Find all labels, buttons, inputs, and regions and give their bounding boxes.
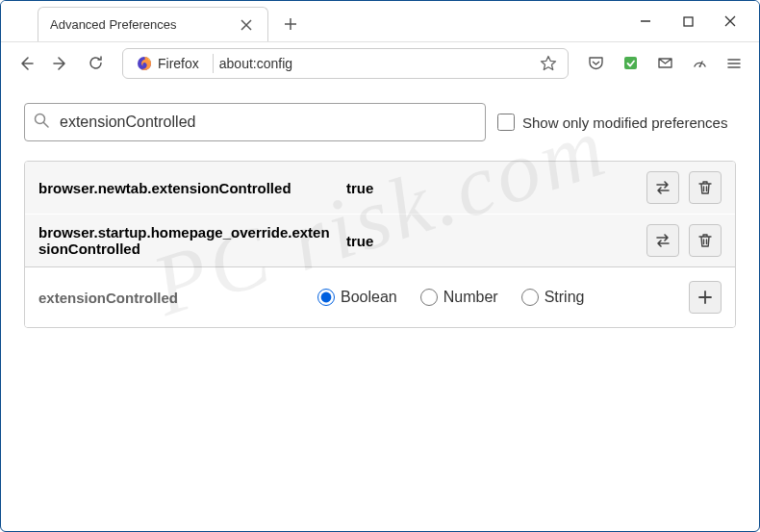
bookmark-button[interactable] <box>535 50 562 77</box>
url-bar[interactable]: Firefox about:config <box>122 48 569 79</box>
pref-row[interactable]: browser.startup.homepage_override.extens… <box>25 214 735 266</box>
radio-input-string[interactable] <box>521 289 539 306</box>
swap-icon <box>654 179 671 196</box>
reload-icon <box>88 55 104 71</box>
close-icon <box>724 15 736 27</box>
pocket-icon <box>588 55 604 71</box>
toggle-button[interactable] <box>646 224 679 257</box>
extension-icon <box>622 55 639 71</box>
trash-icon <box>697 232 714 249</box>
delete-button[interactable] <box>689 171 722 204</box>
maximize-icon <box>683 16 694 27</box>
pref-type-radios: Boolean Number String <box>317 289 689 306</box>
add-button[interactable] <box>689 281 722 314</box>
svg-rect-2 <box>624 57 637 69</box>
radio-label: Boolean <box>341 289 397 306</box>
minimize-button[interactable] <box>624 2 667 40</box>
hamburger-icon <box>726 56 742 71</box>
show-modified-only[interactable]: Show only modified preferences <box>497 114 727 131</box>
pref-value: true <box>346 180 646 196</box>
maximize-button[interactable] <box>667 2 709 40</box>
nav-toolbar: Firefox about:config <box>1 41 759 84</box>
identity-label: Firefox <box>158 56 199 71</box>
radio-input-boolean[interactable] <box>317 289 335 306</box>
browser-tab[interactable]: Advanced Preferences <box>38 7 268 41</box>
delete-button[interactable] <box>689 224 722 257</box>
forward-button[interactable] <box>45 48 76 79</box>
radio-boolean[interactable]: Boolean <box>317 289 397 306</box>
search-row: Show only modified preferences <box>24 103 736 141</box>
search-icon <box>34 113 49 132</box>
pref-name: browser.newtab.extensionControlled <box>38 180 346 196</box>
arrow-left-icon <box>17 55 35 72</box>
window-controls <box>624 1 759 41</box>
prefs-table: browser.newtab.extensionControlled true … <box>24 161 736 328</box>
show-modified-label: Show only modified preferences <box>522 114 727 131</box>
mail-button[interactable] <box>649 48 680 79</box>
back-button[interactable] <box>11 48 41 79</box>
mail-icon <box>657 55 673 71</box>
pref-row[interactable]: browser.newtab.extensionControlled true <box>25 162 735 214</box>
swap-icon <box>654 232 671 249</box>
titlebar: Advanced Preferences <box>1 1 759 41</box>
identity-separator <box>213 54 214 73</box>
tab-label: Advanced Preferences <box>50 17 237 32</box>
minimize-icon <box>640 15 651 27</box>
row-actions <box>689 281 722 314</box>
close-icon <box>241 19 252 31</box>
svg-point-3 <box>698 65 700 67</box>
trash-icon <box>697 179 714 196</box>
radio-input-number[interactable] <box>420 289 438 306</box>
extension-button[interactable] <box>615 48 646 79</box>
star-icon <box>540 55 557 72</box>
svg-rect-0 <box>684 17 693 26</box>
close-window-button[interactable] <box>709 2 751 40</box>
show-modified-checkbox[interactable] <box>497 114 515 131</box>
tab-close-button[interactable] <box>237 15 256 35</box>
arrow-right-icon <box>52 55 69 72</box>
plus-icon <box>284 17 297 31</box>
toggle-button[interactable] <box>646 171 679 204</box>
reload-button[interactable] <box>80 48 111 79</box>
radio-label: String <box>545 289 585 306</box>
radio-label: Number <box>443 289 498 306</box>
new-pref-name: extensionControlled <box>38 290 317 306</box>
pref-search-input[interactable] <box>24 103 486 141</box>
new-tab-button[interactable] <box>276 10 305 38</box>
app-menu-button[interactable] <box>719 48 749 79</box>
activity-button[interactable] <box>684 48 715 79</box>
tab-region: Advanced Preferences <box>1 1 624 41</box>
pocket-button[interactable] <box>580 48 611 79</box>
radio-string[interactable]: String <box>521 289 585 306</box>
row-actions <box>646 171 722 204</box>
gauge-icon <box>692 55 708 71</box>
url-text[interactable]: about:config <box>219 56 535 71</box>
row-actions <box>646 224 722 257</box>
pref-value: true <box>346 233 646 249</box>
pref-name: browser.startup.homepage_override.extens… <box>38 224 346 257</box>
about-config-content: Show only modified preferences browser.n… <box>1 84 759 347</box>
plus-icon <box>697 289 714 306</box>
new-pref-row: extensionControlled Boolean Number Strin… <box>25 266 735 327</box>
search-box <box>24 103 486 141</box>
firefox-logo-icon <box>137 56 152 71</box>
radio-number[interactable]: Number <box>420 289 498 306</box>
identity-box[interactable]: Firefox <box>129 51 207 76</box>
